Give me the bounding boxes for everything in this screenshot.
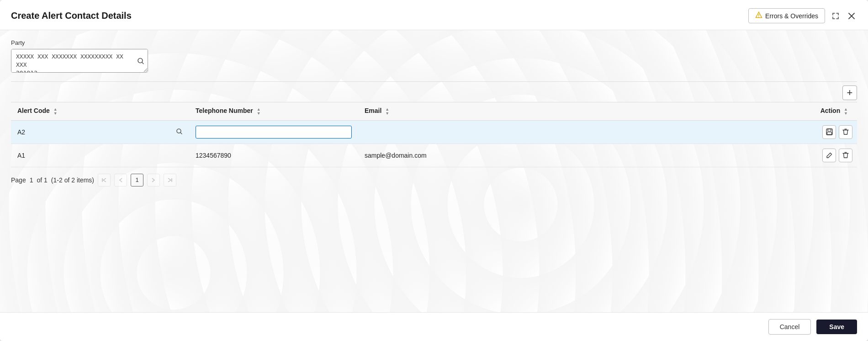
page-label: Page	[11, 176, 26, 184]
table-body: A2	[11, 120, 857, 167]
modal-footer: Cancel Save	[0, 312, 868, 341]
add-row-button[interactable]: +	[842, 85, 857, 100]
svg-line-7	[180, 133, 182, 134]
save-button[interactable]: Save	[816, 320, 857, 334]
table-cell-telephone-1	[189, 120, 358, 144]
svg-rect-9	[828, 129, 831, 131]
col-header-email: Email ▲▼	[358, 102, 532, 120]
page-number-box: 1	[131, 174, 143, 186]
table-row: A1 1234567890 sample@domain.com	[11, 144, 857, 167]
table-cell-email-2: sample@domain.com	[358, 144, 532, 167]
sort-icon-alert-code[interactable]: ▲▼	[53, 107, 58, 116]
action-buttons-1	[781, 125, 852, 139]
first-page-button[interactable]	[98, 174, 111, 186]
edit-row-button-2[interactable]	[822, 149, 836, 162]
sort-icon-telephone[interactable]: ▲▼	[257, 107, 261, 116]
header-actions: Errors & Overrides	[748, 8, 857, 23]
alert-code-search-icon-1[interactable]	[176, 128, 183, 136]
table-cell-spacer-2	[532, 144, 775, 167]
errors-overrides-button[interactable]: Errors & Overrides	[748, 8, 825, 23]
party-label: Party	[11, 39, 857, 46]
sort-icon-email[interactable]: ▲▼	[385, 107, 389, 116]
party-field: Party XXXXX XXX XXXXXXX XXXXXXXXX XX XXX…	[11, 39, 857, 74]
table-cell-email-1	[358, 120, 532, 144]
table-cell-action-1	[775, 120, 857, 144]
current-page: 1	[30, 176, 33, 184]
cancel-button[interactable]: Cancel	[768, 319, 811, 335]
table-cell-action-2	[775, 144, 857, 167]
svg-rect-10	[827, 132, 831, 134]
cell-with-search-1: A2	[17, 128, 183, 136]
next-page-button[interactable]	[147, 174, 160, 186]
table-cell-alert-code-2: A1	[11, 144, 189, 167]
sort-icon-action[interactable]: ▲▼	[844, 107, 848, 116]
warning-icon	[755, 11, 762, 20]
col-spacer	[532, 102, 775, 120]
modal-content: Create Alert Contact Details Errors & Ov…	[0, 0, 868, 341]
table-row: A2	[11, 120, 857, 144]
of-label: of 1	[37, 176, 48, 184]
table-cell-alert-code-1: A2	[11, 120, 189, 144]
add-row-btn-row: +	[11, 82, 857, 102]
modal-title: Create Alert Contact Details	[11, 11, 132, 21]
alert-code-value-1: A2	[17, 128, 172, 136]
party-input[interactable]: XXXXX XXX XXXXXXX XXXXXXXXX XX XXX 20191…	[11, 49, 148, 73]
table-cell-telephone-2: 1234567890	[189, 144, 358, 167]
table-header-row: Alert Code ▲▼ Telephone Number ▲▼	[11, 102, 857, 120]
pagination-row: Page 1 of 1 (1-2 of 2 items)	[11, 167, 857, 190]
table-cell-spacer-1	[532, 120, 775, 144]
close-button[interactable]	[846, 11, 857, 21]
modal-container: Create Alert Contact Details Errors & Ov…	[0, 0, 868, 341]
col-header-alert-code: Alert Code ▲▼	[11, 102, 189, 120]
items-label: (1-2 of 2 items)	[51, 176, 94, 184]
svg-point-1	[758, 16, 759, 17]
action-buttons-2	[781, 149, 852, 162]
errors-btn-label: Errors & Overrides	[765, 12, 818, 20]
modal-body: Party XXXXX XXX XXXXXXX XXXXXXXXX XX XXX…	[0, 30, 868, 312]
table-area: + Alert Code ▲▼ Telephone Nu	[11, 82, 857, 312]
expand-button[interactable]	[830, 10, 842, 22]
prev-page-button[interactable]	[114, 174, 127, 186]
party-input-wrapper: XXXXX XXX XXXXXXX XXXXXXXXX XX XXX 20191…	[11, 49, 148, 74]
last-page-button[interactable]	[164, 174, 176, 186]
save-row-button-1[interactable]	[822, 125, 836, 139]
modal-header: Create Alert Contact Details Errors & Ov…	[0, 0, 868, 30]
col-header-telephone: Telephone Number ▲▼	[189, 102, 358, 120]
delete-row-button-1[interactable]	[839, 125, 852, 139]
telephone-input-1[interactable]	[196, 126, 352, 139]
data-table: Alert Code ▲▼ Telephone Number ▲▼	[11, 102, 857, 167]
delete-row-button-2[interactable]	[839, 149, 852, 162]
col-header-action: Action ▲▼	[775, 102, 857, 120]
